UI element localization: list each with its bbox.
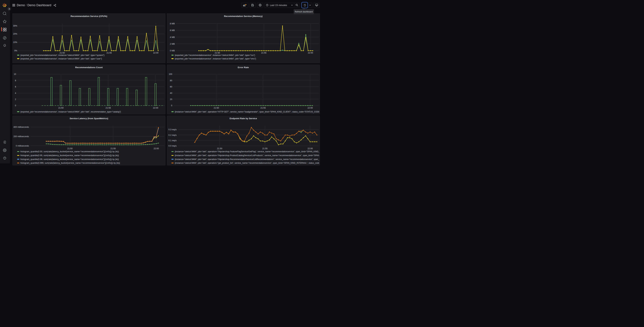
svg-text:6 MB: 6 MB xyxy=(170,29,174,32)
svg-text:21:55: 21:55 xyxy=(110,148,116,150)
svg-text:22:00: 22:00 xyxy=(308,148,312,150)
svg-text:4: 4 xyxy=(15,92,16,94)
svg-text:?: ? xyxy=(4,157,5,159)
svg-text:4 MB: 4 MB xyxy=(170,36,174,38)
svg-text:0%: 0% xyxy=(14,50,17,52)
svg-text:80: 80 xyxy=(170,79,172,82)
svg-text:0.0 req/s: 0.0 req/s xyxy=(168,145,176,147)
svg-text:200 milliseconds: 200 milliseconds xyxy=(14,135,29,138)
svg-text:30%: 30% xyxy=(13,25,17,27)
svg-text:0: 0 xyxy=(171,104,172,107)
svg-text:8 MB: 8 MB xyxy=(170,22,174,25)
svg-text:21:50: 21:50 xyxy=(217,148,222,150)
svg-text:22:00: 22:00 xyxy=(154,148,159,150)
svg-text:0 MB: 0 MB xyxy=(170,50,174,52)
svg-text:40: 40 xyxy=(170,92,172,94)
svg-text:21:55: 21:55 xyxy=(262,148,268,150)
svg-text:21:55: 21:55 xyxy=(260,106,266,109)
svg-text:20: 20 xyxy=(170,98,172,100)
svg-text:100: 100 xyxy=(169,73,172,75)
svg-text:8: 8 xyxy=(15,79,16,82)
svg-text:22:00: 22:00 xyxy=(308,106,312,109)
svg-text:400 milliseconds: 400 milliseconds xyxy=(14,126,29,128)
svg-text:0: 0 xyxy=(15,104,16,107)
svg-text:6: 6 xyxy=(15,86,16,88)
svg-text:0.1 req/s: 0.1 req/s xyxy=(168,139,176,142)
svg-text:20%: 20% xyxy=(13,33,17,35)
svg-text:22:00: 22:00 xyxy=(153,106,158,109)
svg-text:2 MB: 2 MB xyxy=(170,43,174,45)
svg-text:21:50: 21:50 xyxy=(214,106,219,109)
svg-text:0.3 req/s: 0.3 req/s xyxy=(168,128,176,131)
svg-text:0.2 req/s: 0.2 req/s xyxy=(168,134,176,136)
svg-text:10%: 10% xyxy=(13,41,17,44)
svg-text:60: 60 xyxy=(170,86,172,88)
svg-text:10: 10 xyxy=(14,73,16,75)
svg-text:21:50: 21:50 xyxy=(58,106,64,109)
svg-text:21:50: 21:50 xyxy=(67,148,72,150)
svg-text:21:55: 21:55 xyxy=(106,106,111,109)
svg-text:2: 2 xyxy=(15,98,16,100)
svg-text:0 milliseconds: 0 milliseconds xyxy=(16,145,29,147)
